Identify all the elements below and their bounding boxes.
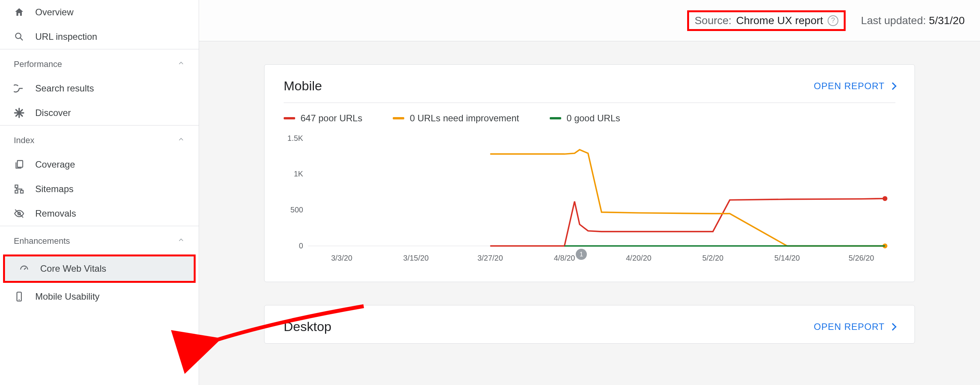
chevron-up-icon [177, 59, 185, 69]
chevron-right-icon [889, 82, 897, 90]
open-report-label: OPEN REPORT [814, 321, 885, 332]
sidebar-item-label: Coverage [35, 159, 75, 170]
svg-text:3/3/20: 3/3/20 [331, 254, 353, 262]
home-icon [14, 7, 24, 18]
sidebar-item-label: Overview [35, 7, 74, 18]
svg-text:1.5K: 1.5K [287, 134, 304, 142]
topbar: Source: Chrome UX report ? Last updated:… [199, 0, 980, 41]
updated-value: 5/31/20 [929, 15, 965, 26]
search-icon [14, 31, 24, 42]
open-report-label: OPEN REPORT [814, 81, 885, 91]
svg-text:5/26/20: 5/26/20 [849, 254, 874, 262]
section-title: Enhancements [14, 236, 70, 246]
svg-text:4/20/20: 4/20/20 [626, 254, 652, 262]
sidebar-section-performance[interactable]: Performance [0, 49, 199, 76]
legend-need-improvement: 0 URLs need improvement [393, 113, 519, 124]
svg-point-24 [882, 196, 887, 201]
sidebar-item-discover[interactable]: Discover [0, 101, 199, 125]
card-header: Desktop OPEN REPORT [265, 305, 915, 343]
svg-text:1K: 1K [294, 170, 303, 178]
sidebar-item-core-web-vitals[interactable]: Core Web Vitals [3, 254, 196, 283]
app-root: Overview URL inspection Performance Sear… [0, 0, 980, 385]
speedometer-icon [19, 263, 29, 274]
sidebar-item-search-results[interactable]: Search results [0, 76, 199, 101]
card-title: Desktop [284, 319, 332, 334]
svg-line-8 [24, 268, 26, 270]
sidebar-item-overview[interactable]: Overview [0, 0, 199, 24]
sidebar-item-removals[interactable]: Removals [0, 201, 199, 226]
content-area: Mobile OPEN REPORT 647 poor URLs 0 URLs … [199, 41, 980, 344]
pages-icon [14, 159, 24, 170]
mobile-chart: 1.5K1K50003/3/203/15/203/27/204/8/204/20… [284, 131, 895, 270]
help-icon[interactable]: ? [828, 15, 838, 26]
g-icon [14, 83, 24, 94]
legend-label: 647 poor URLs [301, 113, 362, 124]
svg-text:4/8/20: 4/8/20 [554, 254, 575, 262]
sidebar-item-mobile-usability[interactable]: Mobile Usability [0, 284, 199, 309]
updated-label: Last updated: [861, 15, 926, 26]
sidebar: Overview URL inspection Performance Sear… [0, 0, 199, 385]
sidebar-item-url-inspection[interactable]: URL inspection [0, 24, 199, 49]
swatch-amber [393, 117, 404, 119]
sidebar-item-label: Sitemaps [35, 184, 74, 194]
svg-text:0: 0 [299, 241, 303, 250]
card-title: Mobile [284, 78, 322, 93]
source-label: Source: [694, 15, 732, 27]
svg-rect-4 [15, 191, 18, 193]
sidebar-item-coverage[interactable]: Coverage [0, 152, 199, 177]
legend-poor: 647 poor URLs [284, 113, 362, 124]
main-content: Source: Chrome UX report ? Last updated:… [199, 0, 980, 385]
svg-point-0 [16, 33, 21, 39]
chevron-right-icon [889, 323, 897, 331]
swatch-red [284, 117, 295, 119]
svg-text:3/27/20: 3/27/20 [477, 254, 503, 262]
source-info: Source: Chrome UX report ? [687, 10, 846, 31]
card-header: Mobile OPEN REPORT [265, 65, 915, 103]
chart-container: 1.5K1K50003/3/203/15/203/27/204/8/204/20… [265, 127, 915, 282]
sitemap-icon [14, 184, 24, 194]
sidebar-section-enhancements[interactable]: Enhancements [0, 226, 199, 253]
chevron-up-icon [177, 135, 185, 145]
phone-icon [14, 291, 24, 302]
sidebar-item-label: URL inspection [35, 31, 97, 42]
section-title: Index [14, 135, 34, 145]
svg-text:3/15/20: 3/15/20 [403, 254, 429, 262]
legend-label: 0 good URLs [567, 113, 620, 124]
chevron-up-icon [177, 236, 185, 246]
svg-text:5/2/20: 5/2/20 [702, 254, 724, 262]
section-title: Performance [14, 59, 62, 69]
asterisk-icon [14, 108, 24, 118]
last-updated: Last updated: 5/31/20 [861, 15, 965, 27]
desktop-card: Desktop OPEN REPORT [264, 305, 915, 344]
svg-text:5/14/20: 5/14/20 [774, 254, 800, 262]
chart-legend: 647 poor URLs 0 URLs need improvement 0 … [265, 103, 915, 127]
svg-line-1 [20, 38, 23, 40]
svg-rect-5 [21, 191, 23, 193]
svg-rect-3 [15, 185, 18, 188]
open-report-link[interactable]: OPEN REPORT [814, 81, 895, 91]
svg-text:500: 500 [291, 206, 303, 214]
sidebar-item-label: Core Web Vitals [40, 263, 106, 274]
sidebar-item-label: Mobile Usability [35, 291, 100, 302]
swatch-green [550, 117, 561, 119]
sidebar-item-label: Search results [35, 83, 94, 94]
sidebar-item-label: Discover [35, 108, 71, 118]
mobile-card: Mobile OPEN REPORT 647 poor URLs 0 URLs … [264, 64, 915, 282]
legend-good: 0 good URLs [550, 113, 620, 124]
source-value: Chrome UX report [736, 15, 823, 27]
sidebar-section-index[interactable]: Index [0, 126, 199, 152]
sidebar-item-sitemaps[interactable]: Sitemaps [0, 177, 199, 201]
eye-off-icon [14, 208, 24, 219]
legend-label: 0 URLs need improvement [410, 113, 519, 124]
svg-rect-2 [17, 161, 23, 168]
open-report-link[interactable]: OPEN REPORT [814, 321, 895, 332]
sidebar-item-label: Removals [35, 208, 76, 219]
svg-text:1: 1 [580, 251, 583, 258]
